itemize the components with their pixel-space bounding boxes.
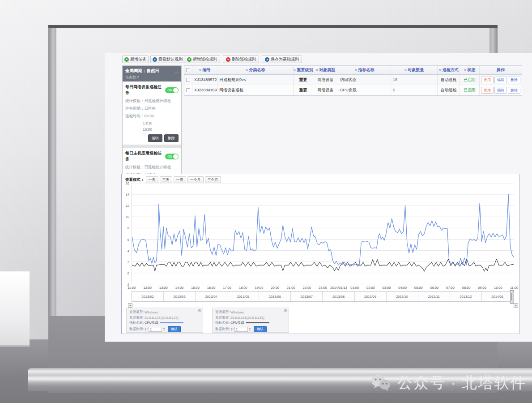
row-checkbox[interactable] <box>186 88 190 92</box>
navigator-handle[interactable] <box>510 290 514 304</box>
edit-task-button[interactable]: 编辑 <box>148 134 162 142</box>
step-down-icon[interactable]: ▼ <box>249 329 251 331</box>
chart-scrollbar: ◂ ▸ <box>128 303 518 308</box>
cell-category: 网络设备巡检 <box>217 85 294 95</box>
task-title: 每日网络设备巡检任务 <box>125 84 165 96</box>
navigator-month-label[interactable]: 2013/11 <box>418 292 450 301</box>
view-mode-1month[interactable]: 一个月 <box>187 176 204 183</box>
ratio-stepper[interactable]: ▲▼ <box>249 327 251 331</box>
view-mode-1day[interactable]: 一天 <box>146 176 158 183</box>
object-count-link[interactable]: 16 <box>393 77 397 82</box>
metric-name-label: 指标名称: <box>129 321 144 325</box>
delete-task-button[interactable]: 删除 <box>164 134 179 142</box>
sort-icon[interactable]: ⇅ <box>246 69 248 72</box>
table-row: XJ13489572 日巡检规则9es 重要 网络设备 访问状态 16 自动巡检… <box>184 75 522 85</box>
sort-icon[interactable]: ⇅ <box>404 69 407 72</box>
line-chart <box>132 183 514 284</box>
sort-icon[interactable]: ⇅ <box>199 69 202 72</box>
navigator-month-label[interactable]: 2013/05 <box>227 292 259 301</box>
view-default-rules-label: 查看默认规则 <box>158 56 183 62</box>
select-all-checkbox[interactable] <box>186 68 190 72</box>
col-metric[interactable]: 指标名称 <box>358 67 374 73</box>
confirm-button[interactable]: 确认 <box>254 326 267 332</box>
time-value: 13:30 <box>143 121 152 125</box>
view-mode-3month[interactable]: 三个月 <box>205 176 221 183</box>
x-tick-label: 21:00 <box>287 286 295 290</box>
view-mode-1week[interactable]: 一周 <box>174 176 186 183</box>
navigator-month-label[interactable]: 2013/02 <box>132 292 164 301</box>
confirm-button[interactable]: 确认 <box>168 326 181 332</box>
navigator-month-label[interactable]: 2013/03 <box>164 292 196 301</box>
timeline-navigator[interactable]: 2013/022013/032013/042013/052013/062013/… <box>132 291 514 302</box>
navigator-month-label[interactable]: 2013/08 <box>323 292 354 301</box>
task-card: 每日网络设备巡检任务 ON 统计模板：日巡检统计模板 巡检周期：日巡检 巡检时间… <box>123 81 181 145</box>
template-label: 统计模板： <box>125 165 145 170</box>
row-checkbox[interactable] <box>186 78 190 82</box>
metric-name-value: CPU负载 <box>230 321 244 325</box>
delete-rule-button[interactable]: × 删除巡检规则 <box>223 56 259 63</box>
watermark: 公众号 · 北塔软件 <box>370 373 526 393</box>
toggle-knob <box>173 154 178 159</box>
navigator-month-label[interactable]: 2013/07 <box>291 292 323 301</box>
scroll-left-arrow[interactable]: ◂ <box>128 303 132 308</box>
disable-rule-button[interactable]: 停用 <box>481 87 494 94</box>
cell-category: 日巡检规则9es <box>217 75 294 85</box>
resource-type-value: Windows <box>230 310 244 314</box>
sort-icon[interactable]: ⇅ <box>294 69 296 72</box>
scene: + 新增任务 ● 查看默认规则 全局周期：自然日 任务数:2 ∷ <box>0 0 532 403</box>
edit-rule-button[interactable]: 编辑 <box>494 87 507 94</box>
col-id[interactable]: 编号 <box>202 67 210 73</box>
disable-rule-button[interactable]: 停用 <box>481 77 494 83</box>
view-mode-3day[interactable]: 三天 <box>160 176 172 183</box>
sort-icon[interactable]: ⇅ <box>439 69 442 72</box>
add-rule-button[interactable]: + 新增巡检规则 <box>184 56 220 63</box>
ratio-input[interactable] <box>149 327 162 332</box>
col-category[interactable]: 分类名称 <box>249 67 265 73</box>
rules-table: ⇅编号 ⇅分类名称 ⇅重要级别 ⇅对象类型 ⇅指标名称 ⇅对象数量 ⇅巡检方式 … <box>184 65 522 96</box>
delete-rule-row-button[interactable]: 删除 <box>508 87 520 94</box>
col-actions: 操作 <box>497 67 505 73</box>
step-down-icon[interactable]: ▼ <box>163 329 165 331</box>
edit-rule-button[interactable]: 编辑 <box>494 77 507 83</box>
col-mode[interactable]: 巡检方式 <box>442 67 458 73</box>
drag-handle-icon[interactable]: ∷ <box>175 69 179 74</box>
ratio-stepper[interactable]: ▲▼ <box>163 327 165 331</box>
save-base-rule-button[interactable]: ● 保存为基础规则 <box>262 56 302 63</box>
cell-mode: 自动巡检 <box>438 85 460 95</box>
new-task-button[interactable]: + 新增任务 <box>122 56 149 63</box>
x-tick-label: 11:00 <box>128 286 136 290</box>
sort-icon[interactable]: ⇅ <box>316 69 319 72</box>
y-axis: 1614121086420-2 <box>122 183 130 284</box>
col-count[interactable]: 对象数量 <box>408 67 424 73</box>
task-enabled-toggle[interactable]: ON <box>165 87 179 93</box>
watermark-text: 公众号 · 北塔软件 <box>397 373 526 393</box>
x-tick-label: 07:00 <box>446 286 455 290</box>
navigator-month-label[interactable]: 2014/01 <box>482 292 514 301</box>
gear-icon[interactable]: ⚙ <box>198 309 201 313</box>
sort-icon[interactable]: ⇅ <box>464 69 467 72</box>
object-count-link[interactable]: 5 <box>393 88 395 92</box>
x-tick-label: 19:00 <box>255 286 264 290</box>
x-tick-label: 03:00 <box>383 286 391 290</box>
x-tick-label: 17:00 <box>223 286 231 290</box>
sort-icon[interactable]: ⇅ <box>355 69 358 72</box>
gear-icon[interactable]: ⚙ <box>284 309 287 313</box>
view-default-rules-button[interactable]: ● 查看默认规则 <box>150 56 185 63</box>
delete-rule-row-button[interactable]: 删除 <box>508 77 520 83</box>
navigator-month-label[interactable]: 2013/04 <box>196 292 227 301</box>
task-enabled-toggle[interactable]: ON <box>165 154 179 159</box>
col-status[interactable]: 状态 <box>467 67 475 73</box>
navigator-month-label[interactable]: 2013/10 <box>387 292 418 301</box>
navigator-month-label[interactable]: 2013/12 <box>450 292 482 301</box>
table-header-row: ⇅编号 ⇅分类名称 ⇅重要级别 ⇅对象类型 ⇅指标名称 ⇅对象数量 ⇅巡检方式 … <box>184 66 522 75</box>
col-obj-type[interactable]: 对象类型 <box>319 67 335 73</box>
col-level[interactable]: 重要级别 <box>297 67 313 73</box>
chart-svg <box>132 183 514 284</box>
ratio-input[interactable] <box>234 327 248 332</box>
navigator-month-label[interactable]: 2013/06 <box>259 292 291 301</box>
x-tick-label: 16:00 <box>207 286 216 290</box>
cycle-label: 巡检周期： <box>125 106 145 111</box>
scroll-right-arrow[interactable]: ▸ <box>514 303 518 308</box>
navigator-month-label[interactable]: 2013/09 <box>355 292 387 301</box>
time-value: 16:00 <box>143 127 152 132</box>
